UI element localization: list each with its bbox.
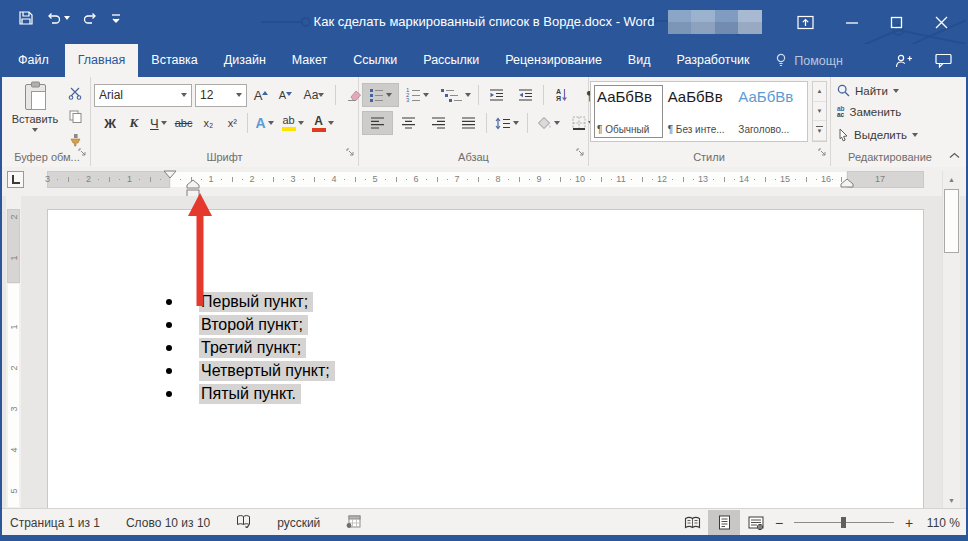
status-bar: Страница 1 из 1 Слово 10 из 10 русский [2,508,966,536]
replace-button[interactable]: ab ac Заменить [837,106,901,118]
line-spacing-button[interactable] [490,111,524,135]
read-mode-button[interactable] [676,510,708,536]
tab-item-2[interactable]: Дизайн [211,44,279,77]
zoom-level[interactable]: 110 % [916,516,960,530]
numbering-button[interactable]: 1 2 3 [399,83,436,107]
ruler-cm: 6 [375,171,416,188]
paragraph-dialog-launcher[interactable] [576,143,585,161]
align-right-button[interactable] [423,111,453,135]
font-dialog-launcher[interactable] [346,143,355,161]
bold-button[interactable]: Ж [98,111,122,135]
document-page[interactable]: Первый пункт;Второй пункт;Третий пункт;Ч… [47,209,924,508]
tab-item-1[interactable]: Вставка [138,44,210,77]
styles-more-button[interactable]: ▼ [813,121,826,141]
scroll-thumb[interactable] [944,189,959,253]
v-ruler-content [7,283,20,508]
shrink-font-button[interactable]: A [275,83,296,107]
style-item-1[interactable]: АаБбВв¶ Без инте... [665,85,734,138]
list-item-text[interactable]: Первый пункт; [199,292,313,312]
font-family-select[interactable]: Arial [94,84,192,107]
web-layout-button[interactable] [740,510,772,536]
tab-item-7[interactable]: Вид [615,44,664,77]
justify-button[interactable] [453,111,483,135]
text-highlight-button[interactable]: ab [278,111,308,135]
align-center-button[interactable] [393,111,423,135]
tab-stop-selector[interactable] [7,171,24,188]
minimize-button[interactable] [837,0,867,44]
copy-button[interactable] [64,107,86,126]
proofing-status-button[interactable] [236,514,251,531]
list-item[interactable]: Четвертый пункт; [166,359,335,382]
list-item-text[interactable]: Второй пункт; [199,315,308,335]
tab-item-3[interactable]: Макет [279,44,340,77]
macro-recording-button[interactable] [346,515,361,531]
underline-button[interactable]: Ч [146,111,171,135]
multilevel-list-button[interactable] [436,83,475,107]
text-effects-button[interactable]: А [251,111,277,135]
paste-button[interactable]: Вставить [9,81,61,155]
replace-label: Заменить [850,106,902,118]
bullet-list[interactable]: Первый пункт;Второй пункт;Третий пункт;Ч… [166,290,335,405]
bullets-button[interactable] [362,83,399,107]
group-clipboard: Вставить [4,77,91,166]
subscript-button[interactable]: x₂ [196,111,220,135]
comments-button[interactable] [928,44,958,77]
find-button[interactable]: Найти [837,84,899,97]
styles-dialog-launcher[interactable] [818,143,827,161]
scroll-down-button[interactable]: ▼ [943,492,960,508]
zoom-slider[interactable] [794,522,894,523]
tell-me-helper[interactable]: Помощн [774,44,843,77]
scroll-up-button[interactable]: ▲ [943,171,960,187]
align-left-button[interactable] [362,111,393,135]
vertical-scrollbar[interactable]: ▲ ▼ [942,171,960,508]
tab-file[interactable]: Файл [2,44,65,77]
italic-button[interactable]: К [122,111,146,135]
strikethrough-button[interactable]: abc [171,111,197,135]
superscript-label: x² [228,117,237,129]
tab-item-4[interactable]: Ссылки [340,44,410,77]
increase-indent-button[interactable] [511,83,540,107]
list-item[interactable]: Второй пункт; [166,313,335,336]
first-line-indent-marker[interactable] [163,170,177,179]
tab-item-8[interactable]: Разработчик [663,44,762,77]
print-layout-button[interactable] [708,510,740,536]
share-button[interactable] [889,44,919,77]
collapse-ribbon-button[interactable] [949,145,960,163]
zoom-out-button[interactable]: − [772,515,786,531]
list-item[interactable]: Первый пункт; [166,290,335,313]
font-size-select[interactable]: 12 [195,84,247,107]
zoom-in-button[interactable]: + [902,515,916,531]
page-count[interactable]: Страница 1 из 1 [10,516,100,530]
decrease-indent-button[interactable] [482,83,511,107]
clipboard-dialog-launcher[interactable] [78,143,87,161]
tab-item-6[interactable]: Рецензирование [492,44,615,77]
change-case-button[interactable]: Аа [299,83,329,107]
select-button[interactable]: Выделить [837,128,918,142]
tab-item-5[interactable]: Рассылки [410,44,492,77]
list-item[interactable]: Пятый пункт. [166,382,335,405]
maximize-button[interactable] [881,0,911,44]
ribbon-display-options-button[interactable] [790,0,820,44]
ruler-row: 321 12345678910111213141516 17 [2,167,966,196]
list-item-text[interactable]: Пятый пункт. [199,384,301,404]
superscript-button[interactable]: x² [220,111,244,135]
close-button[interactable] [926,0,956,44]
list-item-text[interactable]: Четвертый пункт; [199,361,335,381]
grow-font-button[interactable]: A [250,83,272,107]
right-indent-marker[interactable] [840,178,854,188]
font-color-button[interactable]: А [308,111,338,135]
list-item-text[interactable]: Третий пункт; [199,338,306,358]
zoom-slider-thumb[interactable] [841,517,846,528]
language-status[interactable]: русский [277,516,320,530]
list-item[interactable]: Третий пункт; [166,336,335,359]
styles-scroll-up-button[interactable]: ▲ [813,82,826,102]
cut-button[interactable] [64,84,86,103]
styles-scroll-down-button[interactable]: ▼ [813,102,826,122]
paste-dropdown-icon[interactable] [32,128,38,135]
style-item-2[interactable]: АаБбВвЗаголово... [735,85,804,138]
style-item-0[interactable]: АаБбВв¶ Обычный [594,85,663,138]
tab-item-0[interactable]: Главная [65,44,139,77]
word-count[interactable]: Слово 10 из 10 [126,516,210,530]
sort-button[interactable]: АЯ [547,83,577,107]
shading-button[interactable] [531,111,565,135]
